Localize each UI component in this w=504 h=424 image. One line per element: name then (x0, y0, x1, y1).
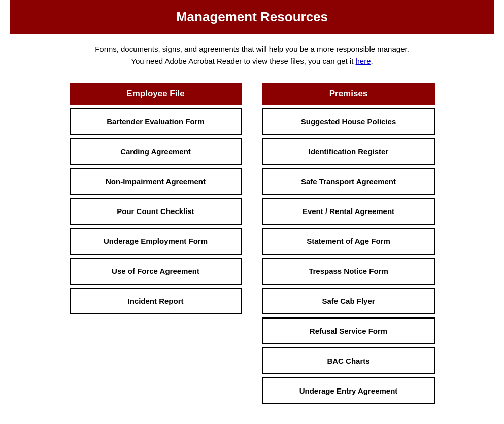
suggested-house-policies-btn[interactable]: Suggested House Policies (262, 108, 435, 135)
safe-transport-agreement-btn[interactable]: Safe Transport Agreement (262, 168, 435, 195)
employee-file-column: Employee File Bartender Evaluation Form … (70, 83, 242, 314)
page-description: Forms, documents, signs, and agreements … (10, 43, 494, 67)
underage-employment-form-btn[interactable]: Underage Employment Form (70, 228, 242, 255)
non-impairment-agreement-btn[interactable]: Non-Impairment Agreement (70, 168, 242, 195)
refusal-service-form-btn[interactable]: Refusal Service Form (262, 317, 435, 344)
description-line1: Forms, documents, signs, and agreements … (95, 45, 409, 53)
incident-report-btn[interactable]: Incident Report (70, 288, 242, 314)
pour-count-checklist-btn[interactable]: Pour Count Checklist (70, 198, 242, 225)
columns-container: Employee File Bartender Evaluation Form … (10, 83, 494, 404)
page-title: Management Resources (20, 9, 484, 25)
underage-entry-agreement-btn[interactable]: Underage Entry Agreement (262, 377, 435, 404)
carding-agreement-btn[interactable]: Carding Agreement (70, 138, 242, 165)
premises-column: Premises Suggested House Policies Identi… (262, 83, 435, 404)
title-banner: Management Resources (10, 0, 494, 34)
bartender-evaluation-form-btn[interactable]: Bartender Evaluation Form (70, 108, 242, 135)
identification-register-btn[interactable]: Identification Register (262, 138, 435, 165)
use-of-force-agreement-btn[interactable]: Use of Force Agreement (70, 258, 242, 285)
employee-file-header: Employee File (70, 83, 242, 105)
statement-of-age-form-btn[interactable]: Statement of Age Form (262, 228, 435, 255)
description-line2: You need Adobe Acrobat Reader to view th… (131, 57, 353, 65)
here-link[interactable]: here (356, 57, 371, 65)
safe-cab-flyer-btn[interactable]: Safe Cab Flyer (262, 288, 435, 314)
event-rental-agreement-btn[interactable]: Event / Rental Agreement (262, 198, 435, 225)
trespass-notice-form-btn[interactable]: Trespass Notice Form (262, 258, 435, 285)
premises-header: Premises (262, 83, 435, 105)
bac-charts-btn[interactable]: BAC Charts (262, 347, 435, 374)
